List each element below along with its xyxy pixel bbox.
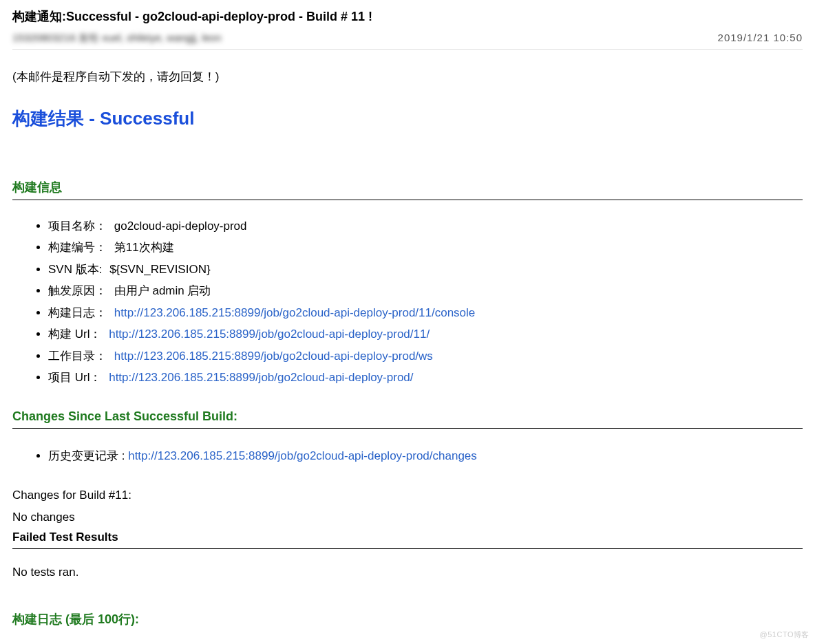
divider xyxy=(12,548,803,549)
build-log-label: 构建日志： xyxy=(48,306,107,319)
build-info-list: 项目名称： go2cloud-api-deploy-prod 构建编号： 第11… xyxy=(12,215,803,389)
history-changes-link[interactable]: http://123.206.185.215:8899/job/go2cloud… xyxy=(128,449,477,462)
svn-version-label: SVN 版本: xyxy=(48,263,102,276)
list-item: 构建编号： 第11次构建 xyxy=(48,237,803,258)
workdir-link[interactable]: http://123.206.185.215:8899/job/go2cloud… xyxy=(114,350,433,363)
list-item: SVN 版本: ${SVN_REVISION} xyxy=(48,259,803,280)
build-result-heading: 构建结果 - Successful xyxy=(12,107,803,131)
project-url-label: 项目 Url： xyxy=(48,371,101,384)
list-item: 项目 Url： http://123.206.185.215:8899/job/… xyxy=(48,367,803,388)
list-item: 项目名称： go2cloud-api-deploy-prod xyxy=(48,215,803,237)
email-date: 2019/1/21 10:50 xyxy=(718,32,803,43)
project-url-link[interactable]: http://123.206.185.215:8899/job/go2cloud… xyxy=(109,371,413,384)
failed-test-results-heading: Failed Test Results xyxy=(12,530,803,544)
changes-for-build: Changes for Build #11: xyxy=(12,484,803,506)
history-list: 历史变更记录 : http://123.206.185.215:8899/job… xyxy=(12,445,803,466)
build-log-link[interactable]: http://123.206.185.215:8899/job/go2cloud… xyxy=(114,306,476,319)
list-item: 历史变更记录 : http://123.206.185.215:8899/job… xyxy=(48,445,803,466)
list-item: 构建 Url： http://123.206.185.215:8899/job/… xyxy=(48,323,803,345)
divider xyxy=(12,200,803,200)
project-name-label: 项目名称： xyxy=(48,219,107,233)
build-number-label: 构建编号： xyxy=(48,241,107,254)
email-subject: 构建通知:Successful - go2cloud-api-deploy-pr… xyxy=(12,8,803,25)
watermark: @51CTO博客 xyxy=(760,630,809,636)
build-url-label: 构建 Url： xyxy=(48,328,101,341)
no-changes-text: No changes xyxy=(12,506,803,528)
list-item: 构建日志： http://123.206.185.215:8899/job/go… xyxy=(48,302,803,323)
section-title-changes: Changes Since Last Successful Build: xyxy=(12,409,803,424)
email-from: 15320803216 发给 xuel, shileiye, wangjj, l… xyxy=(12,32,222,45)
svn-version-value: ${SVN_REVISION} xyxy=(109,263,210,276)
list-item: 触发原因： 由用户 admin 启动 xyxy=(48,280,803,301)
history-changes-label: 历史变更记录 : xyxy=(48,449,128,462)
workdir-label: 工作目录： xyxy=(48,350,107,363)
email-meta-row: 15320803216 发给 xuel, shileiye, wangjj, l… xyxy=(12,32,803,50)
trigger-value: 由用户 admin 启动 xyxy=(114,284,211,297)
section-title-build-info: 构建信息 xyxy=(12,179,803,195)
divider xyxy=(12,428,803,429)
section-title-build-log: 构建日志 (最后 100行): xyxy=(12,611,803,627)
no-tests-ran: No tests ran. xyxy=(12,566,803,579)
build-url-link[interactable]: http://123.206.185.215:8899/job/go2cloud… xyxy=(109,328,430,341)
auto-reply-notice: (本邮件是程序自动下发的，请勿回复！) xyxy=(12,69,803,85)
project-name-value: go2cloud-api-deploy-prod xyxy=(114,219,247,233)
build-number-value: 第11次构建 xyxy=(114,241,174,254)
trigger-label: 触发原因： xyxy=(48,284,107,297)
list-item: 工作目录： http://123.206.185.215:8899/job/go… xyxy=(48,345,803,367)
